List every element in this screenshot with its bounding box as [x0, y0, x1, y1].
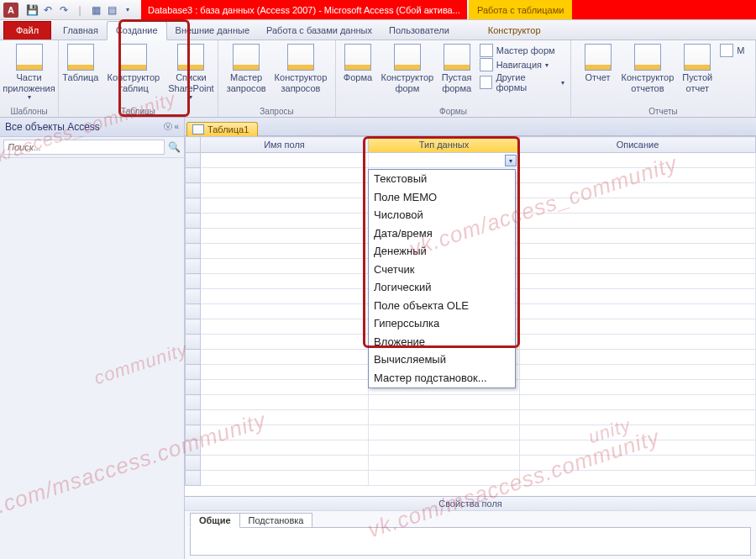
tab-lookup[interactable]: Подстановка — [239, 513, 313, 528]
qat-dropdown-icon[interactable]: ▾ — [121, 3, 134, 17]
data-type-option[interactable]: Числовой — [369, 206, 515, 224]
cell-description[interactable] — [520, 335, 756, 350]
tab-create[interactable]: Создание — [107, 21, 167, 40]
cell-description[interactable] — [520, 380, 756, 395]
navigation-button[interactable]: Навигация ▾ — [480, 58, 564, 71]
table-button[interactable]: Таблица — [59, 42, 102, 85]
row-header[interactable] — [186, 335, 201, 350]
row-header[interactable] — [186, 380, 201, 395]
cell-description[interactable] — [520, 168, 756, 183]
cell-field-name[interactable] — [201, 214, 369, 229]
cell-field-name[interactable] — [201, 229, 369, 244]
tab-external-data[interactable]: Внешние данные — [167, 22, 258, 40]
cell-description[interactable] — [520, 319, 756, 335]
undo-icon[interactable]: ↶ — [41, 3, 55, 17]
row-header[interactable] — [186, 350, 201, 365]
cell-description[interactable] — [520, 395, 756, 410]
cell-field-name[interactable] — [201, 440, 369, 456]
cell-field-name[interactable] — [201, 335, 369, 350]
tab-general[interactable]: Общие — [190, 513, 240, 528]
query-design-button[interactable]: Конструктор запросов — [271, 42, 331, 95]
data-type-option[interactable]: Дата/время — [369, 224, 515, 243]
query-wizard-button[interactable]: Мастер запросов — [223, 42, 270, 95]
table-design-button[interactable]: Конструктор таблиц — [104, 42, 164, 95]
row-header[interactable] — [186, 198, 201, 214]
data-type-option[interactable]: Вложение — [369, 333, 515, 351]
row-header[interactable] — [186, 471, 201, 486]
cell-field-name[interactable] — [201, 456, 369, 471]
form-wizard-button[interactable]: Мастер форм — [480, 44, 564, 57]
cell-data-type[interactable] — [369, 395, 520, 410]
data-type-option[interactable]: Счетчик — [369, 261, 515, 279]
report-button[interactable]: Отчет — [580, 42, 617, 85]
data-type-option[interactable]: Поле объекта OLE — [369, 297, 515, 315]
cell-description[interactable] — [520, 350, 756, 365]
report-design-button[interactable]: Конструктор отчетов — [618, 42, 678, 95]
col-field-name[interactable]: Имя поля — [201, 137, 369, 153]
sharepoint-lists-button[interactable]: Списки SharePoint ▾ — [165, 42, 217, 103]
cell-field-name[interactable] — [201, 410, 369, 425]
blank-form-button[interactable]: Пустая форма — [438, 42, 475, 95]
cell-field-name[interactable] — [201, 274, 369, 289]
cell-description[interactable] — [520, 456, 756, 471]
row-header[interactable] — [186, 365, 201, 380]
cell-field-name[interactable] — [201, 471, 369, 486]
data-type-dropdown-arrow[interactable]: ▾ — [505, 155, 517, 166]
cell-description[interactable] — [520, 274, 756, 289]
cell-field-name[interactable] — [201, 259, 369, 274]
data-type-option[interactable]: Денежный — [369, 242, 515, 261]
cell-data-type[interactable] — [369, 440, 520, 456]
cell-field-name[interactable] — [201, 153, 369, 168]
redo-icon[interactable]: ↷ — [57, 3, 71, 17]
report-wizard-partial[interactable]: М — [720, 44, 744, 57]
data-type-option[interactable]: Поле МЕМО — [369, 188, 515, 207]
cell-description[interactable] — [520, 304, 756, 319]
row-header[interactable] — [186, 274, 201, 289]
row-header[interactable] — [186, 183, 201, 198]
row-header[interactable] — [186, 289, 201, 304]
cell-field-name[interactable] — [201, 365, 369, 380]
row-header[interactable] — [186, 168, 201, 183]
cell-description[interactable] — [520, 198, 756, 214]
row-header[interactable] — [186, 259, 201, 274]
cell-field-name[interactable] — [201, 244, 369, 259]
cell-field-name[interactable] — [201, 425, 369, 440]
cell-field-name[interactable] — [201, 350, 369, 365]
row-header[interactable] — [186, 214, 201, 229]
row-header[interactable] — [186, 410, 201, 425]
row-header[interactable] — [186, 304, 201, 319]
document-tab-table1[interactable]: Таблица1 — [186, 122, 258, 136]
row-header[interactable] — [186, 319, 201, 335]
cell-description[interactable] — [520, 214, 756, 229]
cell-data-type[interactable] — [369, 410, 520, 425]
cell-description[interactable] — [520, 425, 756, 440]
cell-data-type[interactable] — [369, 153, 520, 168]
search-input[interactable] — [3, 140, 165, 155]
cell-field-name[interactable] — [201, 319, 369, 335]
data-type-option[interactable]: Логический — [369, 278, 515, 297]
row-header[interactable] — [186, 153, 201, 168]
row-header[interactable] — [186, 395, 201, 410]
cell-description[interactable] — [520, 153, 756, 168]
row-header[interactable] — [186, 425, 201, 440]
cell-description[interactable] — [520, 365, 756, 380]
qat-extra2-icon[interactable]: ▤ — [105, 3, 118, 17]
cell-description[interactable] — [520, 440, 756, 456]
tab-database-tools[interactable]: Работа с базами данных — [258, 22, 381, 40]
row-header[interactable] — [186, 456, 201, 471]
data-type-option[interactable]: Гиперссылка — [369, 314, 515, 333]
col-data-type[interactable]: Тип данных — [369, 137, 520, 153]
qat-extra-icon[interactable]: ▦ — [89, 3, 102, 17]
blank-report-button[interactable]: Пустой отчет — [679, 42, 716, 95]
data-type-option[interactable]: Текстовый — [369, 170, 515, 188]
cell-field-name[interactable] — [201, 183, 369, 198]
cell-description[interactable] — [520, 244, 756, 259]
cell-field-name[interactable] — [201, 380, 369, 395]
cell-field-name[interactable] — [201, 395, 369, 410]
file-tab[interactable]: Файл — [3, 21, 51, 40]
cell-description[interactable] — [520, 229, 756, 244]
cell-data-type[interactable] — [369, 471, 520, 486]
app-parts-button[interactable]: Части приложения ▾ — [0, 42, 59, 103]
tab-users[interactable]: Пользователи — [381, 22, 458, 40]
col-description[interactable]: Описание — [520, 137, 756, 153]
